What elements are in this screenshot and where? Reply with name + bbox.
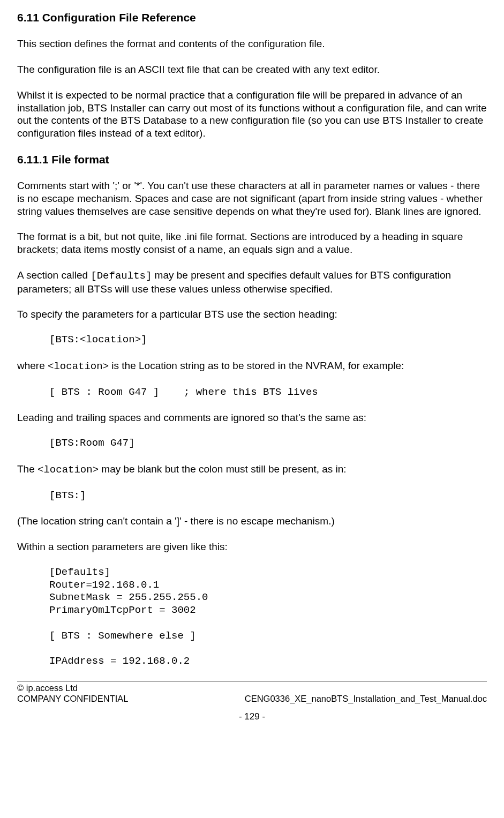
text-run: where xyxy=(17,360,48,371)
text-run: A section called xyxy=(17,269,91,281)
section-heading: 6.11 Configuration File Reference xyxy=(17,11,487,25)
code-block: [BTS:Room G47] xyxy=(17,437,487,450)
footer: © ip.access Ltd COMPANY CONFIDENTIAL CEN… xyxy=(17,682,487,723)
body-paragraph: The configuration file is an ASCII text … xyxy=(17,63,487,76)
footer-confidential: COMPANY CONFIDENTIAL xyxy=(17,693,129,704)
body-paragraph: Whilst it is expected to be normal pract… xyxy=(17,89,487,140)
body-paragraph: The <location> may be blank but the colo… xyxy=(17,463,487,477)
body-paragraph: This section defines the format and cont… xyxy=(17,37,487,50)
footer-docname: CENG0336_XE_nanoBTS_Installation_and_Tes… xyxy=(245,693,487,704)
code-block: [BTS:] xyxy=(17,490,487,502)
body-paragraph: To specify the parameters for a particul… xyxy=(17,308,487,321)
body-paragraph: (The location string can't contain a ']'… xyxy=(17,515,487,528)
body-paragraph: Leading and trailing spaces and comments… xyxy=(17,411,487,424)
body-paragraph: Within a section parameters are given li… xyxy=(17,541,487,553)
body-paragraph: A section called [Defaults] may be prese… xyxy=(17,269,487,296)
inline-code: <location> xyxy=(48,361,109,372)
text-run: The xyxy=(17,463,37,475)
page-number: - 129 - xyxy=(17,711,487,722)
inline-code: [Defaults] xyxy=(91,270,152,282)
text-run: is the Location string as to be stored i… xyxy=(109,360,404,371)
subsection-heading: 6.11.1 File format xyxy=(17,153,487,167)
inline-code: <location> xyxy=(37,464,99,476)
footer-copyright: © ip.access Ltd xyxy=(17,682,78,694)
body-paragraph: where <location> is the Location string … xyxy=(17,359,487,373)
text-run: may be blank but the colon must still be… xyxy=(99,463,347,475)
body-paragraph: The format is a bit, but not quite, like… xyxy=(17,230,487,256)
body-paragraph: Comments start with ';' or '*'. You can'… xyxy=(17,179,487,217)
code-block: [Defaults] Router=192.168.0.1 SubnetMask… xyxy=(17,566,487,668)
code-block: [BTS:<location>] xyxy=(17,334,487,347)
code-block: [ BTS : Room G47 ] ; where this BTS live… xyxy=(17,386,487,399)
